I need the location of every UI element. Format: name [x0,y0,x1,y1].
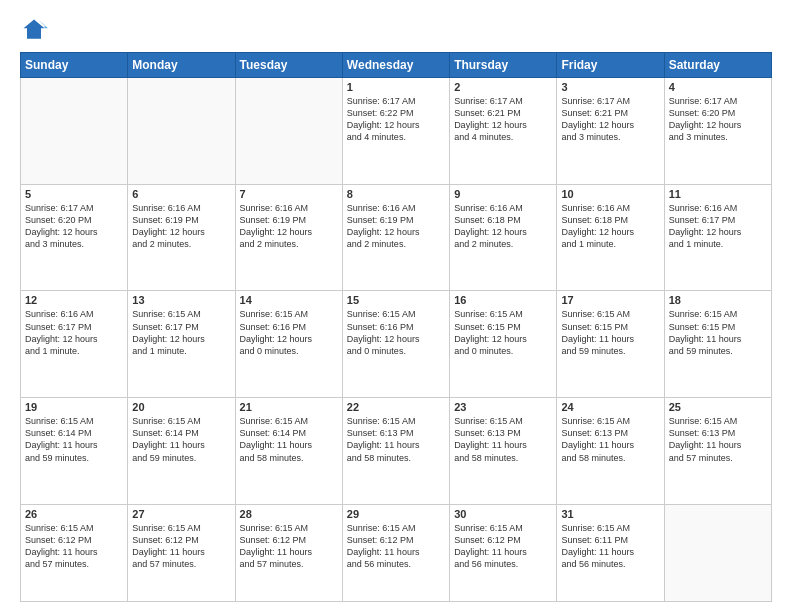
weekday-header-monday: Monday [128,53,235,78]
logo [20,16,52,44]
weekday-header-friday: Friday [557,53,664,78]
day-number: 18 [669,294,767,306]
day-number: 23 [454,401,552,413]
weekday-header-tuesday: Tuesday [235,53,342,78]
week-row-4: 19Sunrise: 6:15 AM Sunset: 6:14 PM Dayli… [21,398,772,505]
calendar-cell: 2Sunrise: 6:17 AM Sunset: 6:21 PM Daylig… [450,78,557,185]
weekday-header-saturday: Saturday [664,53,771,78]
day-number: 8 [347,188,445,200]
calendar-cell: 28Sunrise: 6:15 AM Sunset: 6:12 PM Dayli… [235,504,342,601]
calendar-cell: 15Sunrise: 6:15 AM Sunset: 6:16 PM Dayli… [342,291,449,398]
day-number: 19 [25,401,123,413]
day-info: Sunrise: 6:15 AM Sunset: 6:13 PM Dayligh… [561,415,659,464]
calendar-cell: 25Sunrise: 6:15 AM Sunset: 6:13 PM Dayli… [664,398,771,505]
day-number: 29 [347,508,445,520]
day-number: 15 [347,294,445,306]
day-info: Sunrise: 6:16 AM Sunset: 6:17 PM Dayligh… [25,308,123,357]
day-number: 22 [347,401,445,413]
day-info: Sunrise: 6:16 AM Sunset: 6:19 PM Dayligh… [347,202,445,251]
page: SundayMondayTuesdayWednesdayThursdayFrid… [0,0,792,612]
calendar-cell: 3Sunrise: 6:17 AM Sunset: 6:21 PM Daylig… [557,78,664,185]
day-number: 24 [561,401,659,413]
day-number: 2 [454,81,552,93]
day-number: 4 [669,81,767,93]
day-number: 27 [132,508,230,520]
day-info: Sunrise: 6:15 AM Sunset: 6:12 PM Dayligh… [454,522,552,571]
day-info: Sunrise: 6:15 AM Sunset: 6:15 PM Dayligh… [561,308,659,357]
calendar-cell: 23Sunrise: 6:15 AM Sunset: 6:13 PM Dayli… [450,398,557,505]
calendar-table: SundayMondayTuesdayWednesdayThursdayFrid… [20,52,772,602]
calendar-cell [21,78,128,185]
calendar-cell: 20Sunrise: 6:15 AM Sunset: 6:14 PM Dayli… [128,398,235,505]
calendar-cell [128,78,235,185]
week-row-2: 5Sunrise: 6:17 AM Sunset: 6:20 PM Daylig… [21,184,772,291]
day-info: Sunrise: 6:16 AM Sunset: 6:18 PM Dayligh… [454,202,552,251]
day-number: 5 [25,188,123,200]
calendar-cell: 27Sunrise: 6:15 AM Sunset: 6:12 PM Dayli… [128,504,235,601]
weekday-header-thursday: Thursday [450,53,557,78]
calendar-cell: 22Sunrise: 6:15 AM Sunset: 6:13 PM Dayli… [342,398,449,505]
day-info: Sunrise: 6:16 AM Sunset: 6:19 PM Dayligh… [240,202,338,251]
day-number: 30 [454,508,552,520]
day-info: Sunrise: 6:15 AM Sunset: 6:13 PM Dayligh… [669,415,767,464]
day-info: Sunrise: 6:15 AM Sunset: 6:14 PM Dayligh… [240,415,338,464]
day-info: Sunrise: 6:15 AM Sunset: 6:12 PM Dayligh… [240,522,338,571]
calendar-cell: 13Sunrise: 6:15 AM Sunset: 6:17 PM Dayli… [128,291,235,398]
calendar-cell: 10Sunrise: 6:16 AM Sunset: 6:18 PM Dayli… [557,184,664,291]
day-number: 13 [132,294,230,306]
calendar-cell: 26Sunrise: 6:15 AM Sunset: 6:12 PM Dayli… [21,504,128,601]
calendar-cell: 6Sunrise: 6:16 AM Sunset: 6:19 PM Daylig… [128,184,235,291]
calendar-cell: 21Sunrise: 6:15 AM Sunset: 6:14 PM Dayli… [235,398,342,505]
day-info: Sunrise: 6:15 AM Sunset: 6:12 PM Dayligh… [347,522,445,571]
day-number: 3 [561,81,659,93]
day-number: 20 [132,401,230,413]
day-info: Sunrise: 6:15 AM Sunset: 6:17 PM Dayligh… [132,308,230,357]
day-info: Sunrise: 6:17 AM Sunset: 6:22 PM Dayligh… [347,95,445,144]
day-info: Sunrise: 6:16 AM Sunset: 6:19 PM Dayligh… [132,202,230,251]
calendar-cell [235,78,342,185]
day-info: Sunrise: 6:17 AM Sunset: 6:20 PM Dayligh… [25,202,123,251]
weekday-header-row: SundayMondayTuesdayWednesdayThursdayFrid… [21,53,772,78]
day-info: Sunrise: 6:15 AM Sunset: 6:11 PM Dayligh… [561,522,659,571]
calendar-cell: 12Sunrise: 6:16 AM Sunset: 6:17 PM Dayli… [21,291,128,398]
day-number: 9 [454,188,552,200]
calendar-cell: 24Sunrise: 6:15 AM Sunset: 6:13 PM Dayli… [557,398,664,505]
day-info: Sunrise: 6:15 AM Sunset: 6:16 PM Dayligh… [347,308,445,357]
day-info: Sunrise: 6:17 AM Sunset: 6:21 PM Dayligh… [561,95,659,144]
day-number: 7 [240,188,338,200]
day-info: Sunrise: 6:15 AM Sunset: 6:12 PM Dayligh… [132,522,230,571]
calendar-cell: 16Sunrise: 6:15 AM Sunset: 6:15 PM Dayli… [450,291,557,398]
day-info: Sunrise: 6:15 AM Sunset: 6:14 PM Dayligh… [25,415,123,464]
calendar-cell: 29Sunrise: 6:15 AM Sunset: 6:12 PM Dayli… [342,504,449,601]
day-info: Sunrise: 6:15 AM Sunset: 6:13 PM Dayligh… [347,415,445,464]
week-row-5: 26Sunrise: 6:15 AM Sunset: 6:12 PM Dayli… [21,504,772,601]
day-number: 14 [240,294,338,306]
day-info: Sunrise: 6:15 AM Sunset: 6:13 PM Dayligh… [454,415,552,464]
header [20,16,772,44]
calendar-cell: 14Sunrise: 6:15 AM Sunset: 6:16 PM Dayli… [235,291,342,398]
calendar-cell: 11Sunrise: 6:16 AM Sunset: 6:17 PM Dayli… [664,184,771,291]
day-info: Sunrise: 6:15 AM Sunset: 6:15 PM Dayligh… [669,308,767,357]
day-info: Sunrise: 6:16 AM Sunset: 6:17 PM Dayligh… [669,202,767,251]
day-number: 1 [347,81,445,93]
calendar-cell: 18Sunrise: 6:15 AM Sunset: 6:15 PM Dayli… [664,291,771,398]
calendar-cell: 7Sunrise: 6:16 AM Sunset: 6:19 PM Daylig… [235,184,342,291]
calendar-cell: 19Sunrise: 6:15 AM Sunset: 6:14 PM Dayli… [21,398,128,505]
day-number: 26 [25,508,123,520]
day-number: 12 [25,294,123,306]
day-number: 21 [240,401,338,413]
week-row-1: 1Sunrise: 6:17 AM Sunset: 6:22 PM Daylig… [21,78,772,185]
calendar-cell [664,504,771,601]
day-number: 25 [669,401,767,413]
weekday-header-wednesday: Wednesday [342,53,449,78]
calendar-cell: 17Sunrise: 6:15 AM Sunset: 6:15 PM Dayli… [557,291,664,398]
day-info: Sunrise: 6:17 AM Sunset: 6:20 PM Dayligh… [669,95,767,144]
day-info: Sunrise: 6:15 AM Sunset: 6:16 PM Dayligh… [240,308,338,357]
calendar-cell: 31Sunrise: 6:15 AM Sunset: 6:11 PM Dayli… [557,504,664,601]
day-number: 31 [561,508,659,520]
weekday-header-sunday: Sunday [21,53,128,78]
day-info: Sunrise: 6:16 AM Sunset: 6:18 PM Dayligh… [561,202,659,251]
calendar-cell: 9Sunrise: 6:16 AM Sunset: 6:18 PM Daylig… [450,184,557,291]
logo-icon [20,16,48,44]
calendar-cell: 30Sunrise: 6:15 AM Sunset: 6:12 PM Dayli… [450,504,557,601]
